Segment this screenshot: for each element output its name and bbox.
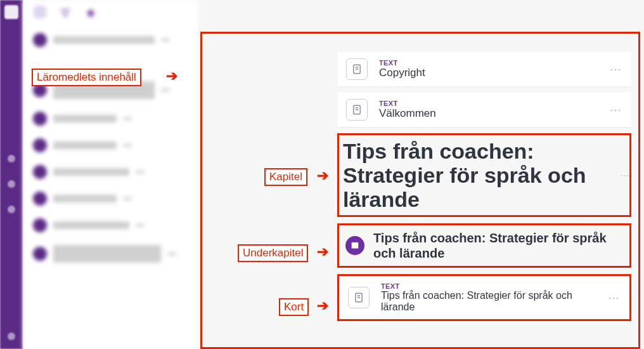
subchapter-box: Tips från coachen: Strategier för språk … [337, 223, 631, 268]
card-type-label: TEXT [379, 100, 436, 107]
book-icon [345, 236, 364, 255]
card-title: Tips från coachen: Strategier för språk … [381, 290, 596, 313]
list-item[interactable] [28, 27, 195, 53]
main-content: TEXT Copyright ⋯ TEXT Välkommen ⋯ Tips f… [200, 0, 644, 349]
nav-rail [0, 0, 23, 349]
subchapter-row[interactable]: Tips från coachen: Strategier för språk … [339, 225, 629, 266]
more-icon[interactable]: ⋯ [619, 169, 631, 181]
chapter-title: Tips från coachen: Strategier för språk … [339, 135, 629, 215]
more-icon[interactable]: ⋯ [608, 291, 621, 305]
app-logo [4, 5, 18, 19]
rail-item[interactable] [8, 206, 15, 213]
search-icon[interactable] [34, 6, 46, 18]
list-item[interactable] [28, 132, 195, 159]
rail-item[interactable] [8, 333, 15, 340]
text-card-copyright[interactable]: TEXT Copyright ⋯ [337, 52, 631, 86]
filter-icon[interactable]: ▽ [60, 6, 71, 18]
page-icon [346, 58, 368, 80]
more-icon[interactable]: ⋯ [610, 62, 622, 76]
list-item[interactable] [28, 159, 195, 185]
list-item[interactable] [28, 75, 195, 105]
list-item[interactable] [28, 212, 195, 239]
card-type-label: TEXT [381, 282, 596, 290]
text-card-tips[interactable]: TEXT Tips från coachen: Strategier för s… [339, 276, 629, 319]
card-type-label: TEXT [379, 59, 425, 67]
content-sidebar: ▽ ◆ [23, 0, 200, 349]
chapter-heading-box: Tips från coachen: Strategier för språk … [337, 133, 631, 217]
subchapter-title: Tips från coachen: Strategier för språk … [373, 230, 623, 261]
rail-item[interactable] [8, 155, 15, 162]
list-item[interactable] [28, 105, 195, 132]
text-card-welcome[interactable]: TEXT Välkommen ⋯ [337, 93, 631, 127]
list-item[interactable] [28, 185, 195, 212]
more-icon[interactable]: ⋯ [610, 103, 622, 117]
rail-item[interactable] [8, 180, 15, 188]
page-icon [346, 99, 368, 121]
tag-icon[interactable]: ◆ [85, 6, 96, 18]
card-title: Välkommen [379, 107, 436, 120]
page-icon [348, 287, 370, 308]
kort-box: TEXT Tips från coachen: Strategier för s… [337, 274, 631, 321]
card-title: Copyright [379, 67, 425, 79]
list-item[interactable] [28, 239, 195, 269]
